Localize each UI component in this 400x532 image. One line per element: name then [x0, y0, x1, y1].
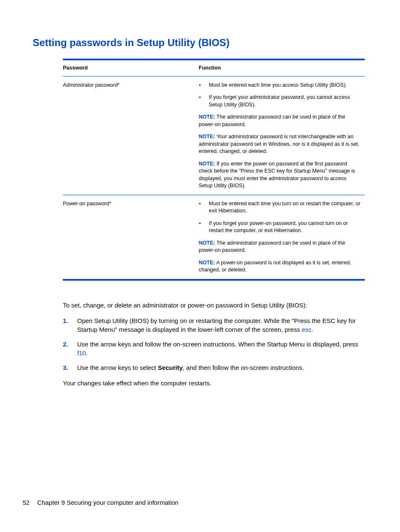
note-text: The administrator password can be used i… — [199, 240, 345, 253]
note-text: Your administrator password is not inter… — [199, 134, 359, 154]
note: NOTE: Your administrator password is not… — [199, 133, 361, 155]
step-text: . — [312, 326, 313, 333]
table-row: Power-on password* Must be entered each … — [63, 195, 365, 280]
password-table: Password Function Administrator password… — [63, 59, 365, 281]
chapter-label: Chapter 9 Securing your computer and inf… — [37, 499, 179, 506]
table-row: Administrator password* Must be entered … — [63, 76, 365, 195]
steps-list: 1. Open Setup Utility (BIOS) by turning … — [63, 316, 365, 372]
note-text: A power-on password is not displayed as … — [199, 260, 351, 273]
note-text: If you enter the power-on password at th… — [199, 161, 355, 189]
header-function: Function — [199, 59, 365, 76]
bullet-text: Must be entered each time you access Set… — [209, 82, 347, 89]
list-item: 3. Use the arrow keys to select Security… — [63, 363, 365, 372]
bullet-text: If you forget your administrator passwor… — [209, 94, 361, 108]
security-bold: Security — [158, 364, 183, 371]
step-number: 2. — [63, 340, 77, 357]
header-password: Password — [63, 59, 199, 76]
page-footer: 52 Chapter 9 Securing your computer and … — [23, 499, 179, 506]
note: NOTE: If you enter the power-on password… — [199, 160, 361, 190]
step-text: Open Setup Utility (BIOS) by turning on … — [77, 317, 356, 333]
password-name: Administrator password* — [63, 76, 199, 195]
step-text: Use the arrow keys and follow the on-scr… — [77, 341, 358, 348]
password-name: Power-on password* — [63, 195, 199, 280]
note-text: The administrator password can be used i… — [199, 114, 345, 127]
step-number: 1. — [63, 316, 77, 334]
step-text: . — [86, 349, 88, 356]
intro-text: To set, change, or delete an administrat… — [63, 301, 365, 310]
note-label: NOTE: — [199, 161, 215, 167]
bullet-text: Must be entered each time you turn on or… — [209, 200, 361, 215]
step-text: Use the arrow keys to select — [77, 364, 158, 371]
note: NOTE: The administrator password can be … — [199, 240, 361, 254]
key-esc: esc — [302, 326, 312, 333]
outro-text: Your changes take effect when the comput… — [63, 379, 365, 387]
note-label: NOTE: — [199, 114, 215, 120]
step-text: , and then follow the on-screen instruct… — [183, 364, 304, 371]
note-label: NOTE: — [199, 240, 215, 246]
key-f10: f10 — [77, 349, 86, 356]
page-number: 52 — [23, 499, 30, 506]
list-item: 2. Use the arrow keys and follow the on-… — [63, 340, 365, 357]
section-heading: Setting passwords in Setup Utility (BIOS… — [33, 37, 367, 49]
list-item: 1. Open Setup Utility (BIOS) by turning … — [63, 316, 365, 334]
note-label: NOTE: — [199, 134, 215, 139]
note-label: NOTE: — [199, 260, 215, 266]
step-number: 3. — [63, 363, 77, 372]
bullet-text: If you forget your power-on password, yo… — [209, 220, 361, 235]
note: NOTE: The administrator password can be … — [199, 114, 361, 128]
note: NOTE: A power-on password is not display… — [199, 259, 361, 274]
